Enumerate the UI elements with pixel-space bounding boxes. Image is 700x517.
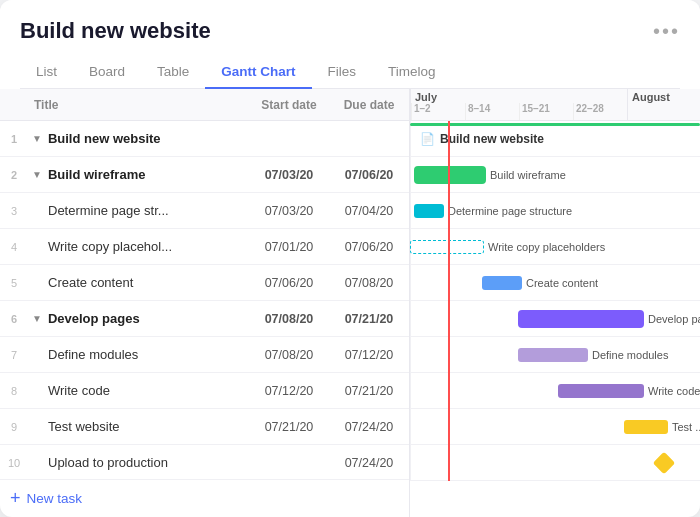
gantt-header: July 1–2 8–14 15–21 22–28 August (410, 89, 700, 121)
gantt-row-10 (410, 445, 700, 481)
gantt-bar-content (482, 276, 522, 290)
tab-board[interactable]: Board (73, 56, 141, 89)
row-title: Test website (28, 419, 249, 434)
gantt-bar-test (624, 420, 668, 434)
add-task-row[interactable]: + New task (0, 479, 409, 517)
bar-label-test: Test ... (672, 421, 700, 433)
row-number: 6 (0, 313, 28, 325)
row-title: Write code (28, 383, 249, 398)
row-start: 07/03/20 (249, 204, 329, 218)
week-labels: 1–2 8–14 15–21 22–28 (411, 103, 627, 120)
table-row[interactable]: 2 ▼ Build wireframe 07/03/20 07/06/20 (0, 157, 409, 193)
week-label: 8–14 (465, 103, 519, 120)
tabs-bar: List Board Table Gantt Chart Files Timel… (20, 56, 680, 89)
bar-label-code: Write code (648, 385, 700, 397)
table-row[interactable]: 8 Write code 07/12/20 07/21/20 (0, 373, 409, 409)
gantt-row-2: Build wireframe (410, 157, 700, 193)
row-number: 5 (0, 277, 28, 289)
row-number: 2 (0, 169, 28, 181)
row-due: 07/12/20 (329, 348, 409, 362)
row-start: 07/12/20 (249, 384, 329, 398)
task-name: Build new website (48, 131, 161, 146)
gantt-bar-copy (410, 240, 484, 254)
gantt-row-1: 📄 Build new website (410, 121, 700, 157)
tab-gantt[interactable]: Gantt Chart (205, 56, 311, 89)
row-title: ▼ Build new website (28, 131, 249, 146)
month-label: July (411, 89, 627, 103)
bar-label-content: Create content (526, 277, 598, 289)
header-top: Build new website ••• (20, 18, 680, 44)
project-green-line (410, 123, 700, 126)
chevron-icon: ▼ (32, 133, 42, 144)
month-label: August (628, 89, 700, 103)
today-line (448, 121, 450, 481)
gantt-bar-build-wireframe (414, 166, 486, 184)
table-row[interactable]: 4 Write copy placehol... 07/01/20 07/06/… (0, 229, 409, 265)
gantt-row-8: Write code (410, 373, 700, 409)
gantt-bar-modules (518, 348, 588, 362)
week-labels-aug (628, 103, 700, 120)
more-menu-icon[interactable]: ••• (653, 20, 680, 43)
col-due-header: Due date (329, 98, 409, 112)
gantt-bar-determine (414, 204, 444, 218)
table-row[interactable]: 9 Test website 07/21/20 07/24/20 (0, 409, 409, 445)
task-table: Title Start date Due date 1 ▼ Build new … (0, 89, 410, 517)
tab-timelog[interactable]: Timelog (372, 56, 452, 89)
project-title: Build new website (20, 18, 211, 44)
row-start: 07/08/20 (249, 312, 329, 326)
row-due: 07/06/20 (329, 240, 409, 254)
table-row[interactable]: 1 ▼ Build new website (0, 121, 409, 157)
tab-files[interactable]: Files (312, 56, 373, 89)
row-number: 9 (0, 421, 28, 433)
row-due: 07/24/20 (329, 420, 409, 434)
chevron-icon: ▼ (32, 169, 42, 180)
row-start: 07/21/20 (249, 420, 329, 434)
table-row[interactable]: 6 ▼ Develop pages 07/08/20 07/21/20 (0, 301, 409, 337)
bar-label-develop: Develop pages (648, 313, 700, 325)
add-icon: + (10, 488, 21, 509)
row-start: 07/03/20 (249, 168, 329, 182)
row-title: Define modules (28, 347, 249, 362)
row-title: Create content (28, 275, 249, 290)
gantt-month-july: July 1–2 8–14 15–21 22–28 (410, 89, 627, 120)
row-number: 8 (0, 385, 28, 397)
table-row[interactable]: 3 Determine page str... 07/03/20 07/04/2… (0, 193, 409, 229)
col-title-header: Title (28, 98, 249, 112)
row-number: 1 (0, 133, 28, 145)
table-row[interactable]: 10 Upload to production 07/24/20 (0, 445, 409, 479)
col-start-header: Start date (249, 98, 329, 112)
row-title: Write copy placehol... (28, 239, 249, 254)
gantt-row-4: Write copy placeholders (410, 229, 700, 265)
header: Build new website ••• List Board Table G… (0, 0, 700, 89)
week-label: 22–28 (573, 103, 627, 120)
row-number: 10 (0, 457, 28, 469)
gantt-month-august: August (627, 89, 700, 120)
row-number: 3 (0, 205, 28, 217)
task-name: Write code (48, 383, 110, 398)
gantt-months: July 1–2 8–14 15–21 22–28 August (410, 89, 700, 120)
row-due: 07/21/20 (329, 312, 409, 326)
app-window: Build new website ••• List Board Table G… (0, 0, 700, 517)
task-name: Test website (48, 419, 120, 434)
row-start: 07/08/20 (249, 348, 329, 362)
table-row[interactable]: 5 Create content 07/06/20 07/08/20 (0, 265, 409, 301)
task-name: Determine page str... (48, 203, 169, 218)
table-row[interactable]: 7 Define modules 07/08/20 07/12/20 (0, 337, 409, 373)
gantt-body: 📄 Build new website Build wireframe Dete… (410, 121, 700, 517)
content-area: Title Start date Due date 1 ▼ Build new … (0, 89, 700, 517)
row-number: 4 (0, 241, 28, 253)
row-due: 07/08/20 (329, 276, 409, 290)
table-body: 1 ▼ Build new website 2 ▼ Build wirefram… (0, 121, 409, 479)
task-name: Upload to production (48, 455, 168, 470)
add-task-label: New task (27, 491, 83, 506)
tab-list[interactable]: List (20, 56, 73, 89)
gantt-row-3: Determine page structure (410, 193, 700, 229)
task-name: Develop pages (48, 311, 140, 326)
row-due: 07/06/20 (329, 168, 409, 182)
row-title: Determine page str... (28, 203, 249, 218)
row-start: 07/06/20 (249, 276, 329, 290)
gantt-row-7: Define modules (410, 337, 700, 373)
gantt-row-5: Create content (410, 265, 700, 301)
gantt-bar-code (558, 384, 644, 398)
tab-table[interactable]: Table (141, 56, 205, 89)
